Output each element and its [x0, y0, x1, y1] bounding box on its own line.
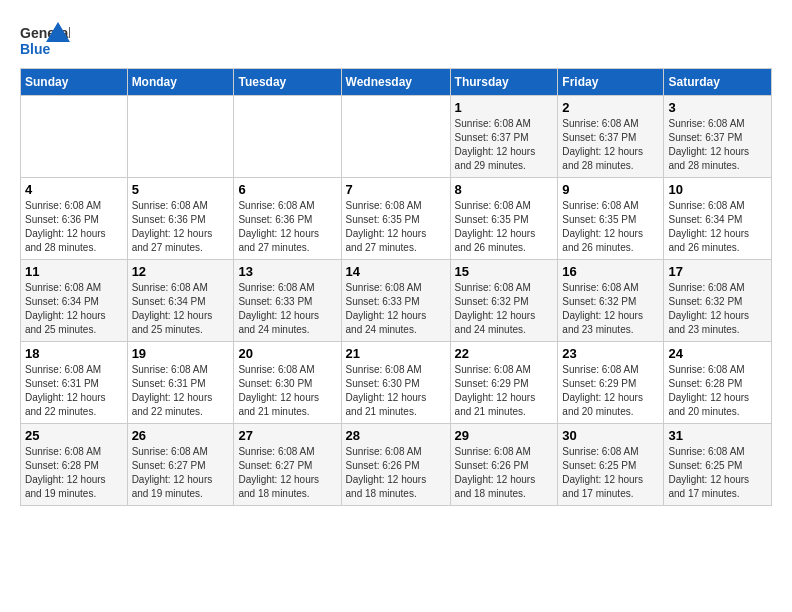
day-info: Sunrise: 6:08 AM Sunset: 6:37 PM Dayligh… [668, 117, 767, 173]
calendar-day-cell: 20Sunrise: 6:08 AM Sunset: 6:30 PM Dayli… [234, 342, 341, 424]
calendar-body: 1Sunrise: 6:08 AM Sunset: 6:37 PM Daylig… [21, 96, 772, 506]
day-number: 10 [668, 182, 767, 197]
day-number: 24 [668, 346, 767, 361]
calendar-day-header: Tuesday [234, 69, 341, 96]
calendar-table: SundayMondayTuesdayWednesdayThursdayFrid… [20, 68, 772, 506]
calendar-day-cell: 5Sunrise: 6:08 AM Sunset: 6:36 PM Daylig… [127, 178, 234, 260]
day-number: 6 [238, 182, 336, 197]
calendar-day-cell: 15Sunrise: 6:08 AM Sunset: 6:32 PM Dayli… [450, 260, 558, 342]
logo-icon: General Blue [20, 20, 70, 58]
day-info: Sunrise: 6:08 AM Sunset: 6:28 PM Dayligh… [25, 445, 123, 501]
svg-text:Blue: Blue [20, 41, 51, 57]
calendar-day-cell: 2Sunrise: 6:08 AM Sunset: 6:37 PM Daylig… [558, 96, 664, 178]
calendar-week-row: 25Sunrise: 6:08 AM Sunset: 6:28 PM Dayli… [21, 424, 772, 506]
calendar-day-cell: 1Sunrise: 6:08 AM Sunset: 6:37 PM Daylig… [450, 96, 558, 178]
day-number: 13 [238, 264, 336, 279]
day-info: Sunrise: 6:08 AM Sunset: 6:32 PM Dayligh… [562, 281, 659, 337]
calendar-day-cell [234, 96, 341, 178]
day-info: Sunrise: 6:08 AM Sunset: 6:36 PM Dayligh… [25, 199, 123, 255]
day-info: Sunrise: 6:08 AM Sunset: 6:30 PM Dayligh… [238, 363, 336, 419]
day-number: 12 [132, 264, 230, 279]
day-number: 25 [25, 428, 123, 443]
day-number: 20 [238, 346, 336, 361]
day-info: Sunrise: 6:08 AM Sunset: 6:29 PM Dayligh… [562, 363, 659, 419]
day-number: 9 [562, 182, 659, 197]
day-info: Sunrise: 6:08 AM Sunset: 6:37 PM Dayligh… [562, 117, 659, 173]
calendar-day-cell [341, 96, 450, 178]
calendar-day-cell: 13Sunrise: 6:08 AM Sunset: 6:33 PM Dayli… [234, 260, 341, 342]
calendar-day-header: Friday [558, 69, 664, 96]
calendar-day-cell: 28Sunrise: 6:08 AM Sunset: 6:26 PM Dayli… [341, 424, 450, 506]
day-number: 21 [346, 346, 446, 361]
calendar-day-cell: 3Sunrise: 6:08 AM Sunset: 6:37 PM Daylig… [664, 96, 772, 178]
day-number: 16 [562, 264, 659, 279]
calendar-day-cell: 26Sunrise: 6:08 AM Sunset: 6:27 PM Dayli… [127, 424, 234, 506]
day-info: Sunrise: 6:08 AM Sunset: 6:34 PM Dayligh… [25, 281, 123, 337]
day-number: 14 [346, 264, 446, 279]
calendar-day-cell: 17Sunrise: 6:08 AM Sunset: 6:32 PM Dayli… [664, 260, 772, 342]
calendar-week-row: 4Sunrise: 6:08 AM Sunset: 6:36 PM Daylig… [21, 178, 772, 260]
day-number: 28 [346, 428, 446, 443]
day-info: Sunrise: 6:08 AM Sunset: 6:37 PM Dayligh… [455, 117, 554, 173]
day-number: 3 [668, 100, 767, 115]
day-number: 29 [455, 428, 554, 443]
calendar-week-row: 18Sunrise: 6:08 AM Sunset: 6:31 PM Dayli… [21, 342, 772, 424]
day-number: 26 [132, 428, 230, 443]
calendar-day-cell [21, 96, 128, 178]
calendar-day-header: Monday [127, 69, 234, 96]
day-number: 18 [25, 346, 123, 361]
calendar-day-cell: 29Sunrise: 6:08 AM Sunset: 6:26 PM Dayli… [450, 424, 558, 506]
day-info: Sunrise: 6:08 AM Sunset: 6:31 PM Dayligh… [132, 363, 230, 419]
day-info: Sunrise: 6:08 AM Sunset: 6:36 PM Dayligh… [238, 199, 336, 255]
day-number: 17 [668, 264, 767, 279]
calendar-week-row: 1Sunrise: 6:08 AM Sunset: 6:37 PM Daylig… [21, 96, 772, 178]
day-info: Sunrise: 6:08 AM Sunset: 6:31 PM Dayligh… [25, 363, 123, 419]
day-info: Sunrise: 6:08 AM Sunset: 6:32 PM Dayligh… [455, 281, 554, 337]
calendar-day-cell: 4Sunrise: 6:08 AM Sunset: 6:36 PM Daylig… [21, 178, 128, 260]
calendar-day-cell: 7Sunrise: 6:08 AM Sunset: 6:35 PM Daylig… [341, 178, 450, 260]
day-info: Sunrise: 6:08 AM Sunset: 6:29 PM Dayligh… [455, 363, 554, 419]
calendar-day-cell: 23Sunrise: 6:08 AM Sunset: 6:29 PM Dayli… [558, 342, 664, 424]
day-number: 11 [25, 264, 123, 279]
day-info: Sunrise: 6:08 AM Sunset: 6:28 PM Dayligh… [668, 363, 767, 419]
calendar-day-cell: 8Sunrise: 6:08 AM Sunset: 6:35 PM Daylig… [450, 178, 558, 260]
calendar-day-cell: 31Sunrise: 6:08 AM Sunset: 6:25 PM Dayli… [664, 424, 772, 506]
calendar-day-cell: 10Sunrise: 6:08 AM Sunset: 6:34 PM Dayli… [664, 178, 772, 260]
day-info: Sunrise: 6:08 AM Sunset: 6:35 PM Dayligh… [455, 199, 554, 255]
day-info: Sunrise: 6:08 AM Sunset: 6:33 PM Dayligh… [238, 281, 336, 337]
calendar-day-cell: 11Sunrise: 6:08 AM Sunset: 6:34 PM Dayli… [21, 260, 128, 342]
day-info: Sunrise: 6:08 AM Sunset: 6:27 PM Dayligh… [238, 445, 336, 501]
calendar-day-cell: 21Sunrise: 6:08 AM Sunset: 6:30 PM Dayli… [341, 342, 450, 424]
logo: General Blue [20, 20, 70, 58]
calendar-day-header: Wednesday [341, 69, 450, 96]
day-info: Sunrise: 6:08 AM Sunset: 6:25 PM Dayligh… [668, 445, 767, 501]
day-info: Sunrise: 6:08 AM Sunset: 6:27 PM Dayligh… [132, 445, 230, 501]
calendar-day-cell: 24Sunrise: 6:08 AM Sunset: 6:28 PM Dayli… [664, 342, 772, 424]
day-number: 1 [455, 100, 554, 115]
day-info: Sunrise: 6:08 AM Sunset: 6:36 PM Dayligh… [132, 199, 230, 255]
calendar-day-cell: 18Sunrise: 6:08 AM Sunset: 6:31 PM Dayli… [21, 342, 128, 424]
calendar-day-cell: 19Sunrise: 6:08 AM Sunset: 6:31 PM Dayli… [127, 342, 234, 424]
calendar-header-row: SundayMondayTuesdayWednesdayThursdayFrid… [21, 69, 772, 96]
day-info: Sunrise: 6:08 AM Sunset: 6:25 PM Dayligh… [562, 445, 659, 501]
calendar-day-cell: 12Sunrise: 6:08 AM Sunset: 6:34 PM Dayli… [127, 260, 234, 342]
day-number: 30 [562, 428, 659, 443]
day-number: 31 [668, 428, 767, 443]
day-number: 7 [346, 182, 446, 197]
calendar-week-row: 11Sunrise: 6:08 AM Sunset: 6:34 PM Dayli… [21, 260, 772, 342]
day-number: 8 [455, 182, 554, 197]
day-info: Sunrise: 6:08 AM Sunset: 6:32 PM Dayligh… [668, 281, 767, 337]
calendar-day-header: Saturday [664, 69, 772, 96]
calendar-day-cell [127, 96, 234, 178]
day-info: Sunrise: 6:08 AM Sunset: 6:26 PM Dayligh… [346, 445, 446, 501]
day-number: 15 [455, 264, 554, 279]
day-info: Sunrise: 6:08 AM Sunset: 6:34 PM Dayligh… [668, 199, 767, 255]
day-number: 5 [132, 182, 230, 197]
day-number: 19 [132, 346, 230, 361]
day-info: Sunrise: 6:08 AM Sunset: 6:35 PM Dayligh… [562, 199, 659, 255]
calendar-day-cell: 30Sunrise: 6:08 AM Sunset: 6:25 PM Dayli… [558, 424, 664, 506]
calendar-day-cell: 22Sunrise: 6:08 AM Sunset: 6:29 PM Dayli… [450, 342, 558, 424]
day-number: 23 [562, 346, 659, 361]
calendar-day-cell: 14Sunrise: 6:08 AM Sunset: 6:33 PM Dayli… [341, 260, 450, 342]
calendar-day-cell: 9Sunrise: 6:08 AM Sunset: 6:35 PM Daylig… [558, 178, 664, 260]
